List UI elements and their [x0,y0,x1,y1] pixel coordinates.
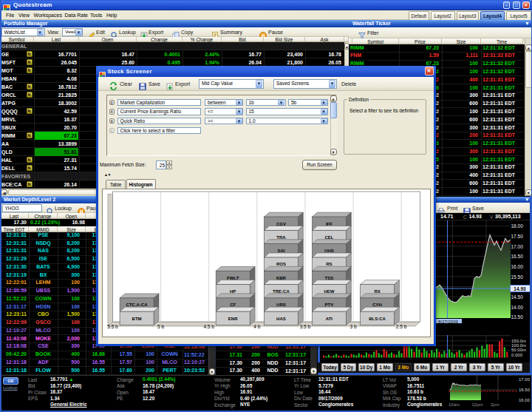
svg-text:IFF: IFF [326,222,332,226]
svg-text:RX: RX [374,289,380,294]
svg-text:3 b: 3 b [349,324,356,329]
svg-text:HP: HP [230,289,236,294]
svg-text:4 b: 4 b [253,324,260,329]
svg-text:5 b: 5 b [157,324,164,329]
svg-text:UHS: UHS [324,249,334,253]
svg-text:CF: CF [230,303,236,307]
svg-text:BTM: BTM [132,317,142,321]
svg-text:FWLT: FWLT [227,276,239,280]
svg-text:ENR: ENR [228,317,238,321]
svg-text:5.5 b: 5.5 b [107,324,118,329]
svg-text:2.5 b: 2.5 b [396,324,407,329]
svg-text:BLS:CA: BLS:CA [369,317,386,321]
svg-text:HAS: HAS [276,317,286,321]
svg-text:4.5 b: 4.5 b [203,324,214,329]
svg-text:ATI: ATI [326,317,333,321]
svg-text:URS: URS [276,303,286,307]
svg-text:TSS: TSS [325,276,334,280]
svg-text:CEL: CEL [324,235,333,240]
svg-text:SAI: SAI [277,249,284,253]
svg-text:CGV: CGV [276,222,286,226]
svg-text:HEW: HEW [324,289,334,294]
svg-text:PTV: PTV [325,303,334,307]
svg-text:CTC.A:CA: CTC.A:CA [126,303,149,307]
svg-text:KBR: KBR [276,276,287,280]
svg-text:TRA: TRA [276,235,286,240]
svg-text:3.5 b: 3.5 b [300,324,311,329]
svg-text:RS: RS [326,262,332,266]
svg-text:TRE:CA: TRE:CA [273,289,290,294]
svg-text:CYH: CYH [372,303,382,307]
svg-text:ROS: ROS [276,262,286,266]
